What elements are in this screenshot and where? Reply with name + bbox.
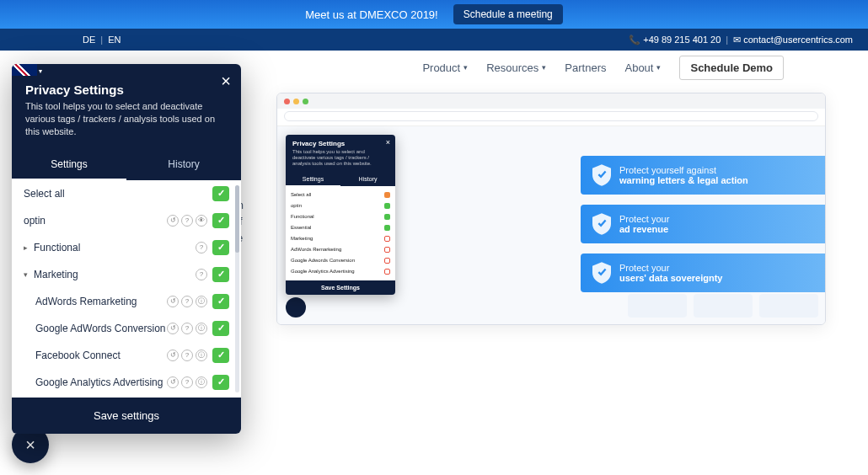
nav-schedule-button[interactable]: Schedule Demo (679, 56, 784, 80)
row-adwords-remarketing[interactable]: AdWords Remarketing ↺?ⓘ ✓ (12, 288, 241, 315)
shield-icon (592, 164, 611, 186)
window-min-dot (293, 99, 299, 104)
chevron-right-icon: ▸ (24, 243, 32, 252)
save-settings-button[interactable]: Save settings (12, 398, 241, 434)
info-icon[interactable]: ⓘ (196, 323, 207, 334)
checkbox-on-icon[interactable]: ✓ (212, 348, 229, 363)
browser-mock: × Privacy Settings This tool helps you t… (276, 93, 826, 325)
panel-title: Privacy Settings (25, 83, 228, 97)
scrollbar-thumb[interactable] (235, 185, 239, 253)
privacy-settings-panel: ▾ × Privacy Settings This tool helps you… (12, 64, 241, 434)
chevron-down-icon: ▾ (463, 63, 468, 72)
mini-save-button[interactable]: Save Settings (286, 280, 395, 295)
mini-close-icon[interactable]: × (386, 138, 390, 147)
checkbox-on-icon[interactable]: ✓ (212, 240, 229, 255)
benefit-card: Protect yourad revenue (581, 205, 825, 243)
mini-title: Privacy Settings (292, 140, 388, 147)
checkbox-on-icon[interactable]: ✓ (212, 375, 229, 390)
checkbox-on-icon[interactable]: ✓ (212, 267, 229, 282)
benefits-list: Protect yourself againstwarning letters … (581, 156, 825, 302)
row-optin[interactable]: optin ↺?👁 ✓ (12, 207, 241, 234)
mini-tab-settings[interactable]: Settings (286, 173, 340, 186)
checkbox-on-icon[interactable]: ✓ (212, 186, 229, 201)
row-select-all[interactable]: Select all ✓ (12, 180, 241, 207)
banner-cta-button[interactable]: Schedule a meeting (453, 4, 563, 24)
help-icon[interactable]: ? (181, 296, 193, 307)
utility-bar: DE | EN 📞 +49 89 215 401 20 | ✉ contact@… (0, 29, 868, 51)
lang-sep: | (100, 35, 103, 45)
mini-tab-history[interactable]: History (340, 173, 395, 186)
close-icon: × (25, 435, 35, 455)
info-icon[interactable]: ⓘ (196, 376, 207, 388)
info-icon[interactable]: ⓘ (196, 350, 207, 361)
nav-resources[interactable]: Resources ▾ (486, 61, 546, 74)
chevron-down-icon: ▾ (39, 67, 42, 75)
phone-icon: 📞 (629, 35, 640, 45)
checkbox-on-icon[interactable]: ✓ (212, 294, 229, 309)
history-icon[interactable]: ↺ (167, 296, 179, 307)
contact-email[interactable]: contact@usercentrics.com (743, 35, 853, 45)
help-icon[interactable]: ? (181, 350, 193, 361)
uk-flag-icon[interactable] (12, 64, 37, 76)
phone-number[interactable]: +49 89 215 401 20 (643, 35, 721, 45)
checkbox-on-icon[interactable]: ✓ (212, 213, 229, 228)
history-icon[interactable]: ↺ (167, 350, 179, 361)
window-close-dot (284, 99, 290, 104)
nav-about[interactable]: About ▾ (624, 61, 661, 74)
nav-partners[interactable]: Partners (565, 61, 606, 74)
url-bar (284, 111, 818, 121)
row-trbo[interactable]: trbo ↺?ⓘ ✓ (12, 396, 241, 398)
help-icon[interactable]: ? (181, 376, 193, 388)
illustration: × Privacy Settings This tool helps you t… (253, 84, 826, 325)
shield-icon (592, 262, 611, 284)
lang-en[interactable]: EN (108, 35, 121, 45)
history-icon[interactable]: ↺ (167, 376, 179, 388)
checkbox-on-icon[interactable]: ✓ (212, 321, 229, 336)
row-ga-advertising[interactable]: Google Analytics Advertising ↺?ⓘ ✓ (12, 369, 241, 396)
history-icon[interactable]: ↺ (167, 215, 179, 227)
chevron-down-icon: ▾ (656, 63, 661, 72)
email-icon: ✉ (733, 35, 741, 45)
info-icon[interactable]: ⓘ (196, 296, 207, 307)
scrollbar[interactable] (235, 185, 239, 392)
lang-de[interactable]: DE (83, 35, 95, 45)
promo-banner: Meet us at DMEXCO 2019! Schedule a meeti… (0, 0, 868, 29)
help-icon[interactable]: ? (196, 269, 207, 280)
chevron-down-icon: ▾ (24, 270, 32, 279)
row-marketing[interactable]: ▾ Marketing ? ✓ (12, 261, 241, 288)
help-icon[interactable]: ? (196, 242, 207, 254)
mini-desc: This tool helps you to select and deacti… (292, 149, 388, 168)
tab-history[interactable]: History (126, 150, 241, 180)
chevron-down-icon: ▾ (542, 63, 546, 72)
row-functional[interactable]: ▸ Functional ? ✓ (12, 234, 241, 261)
window-max-dot (303, 99, 308, 104)
nav-product[interactable]: Product ▾ (422, 61, 468, 74)
mini-privacy-panel: × Privacy Settings This tool helps you t… (286, 135, 395, 295)
help-icon[interactable]: ? (181, 323, 193, 334)
help-icon[interactable]: ? (181, 215, 193, 227)
close-icon[interactable]: × (221, 72, 231, 89)
row-facebook-connect[interactable]: Facebook Connect ↺?ⓘ ✓ (12, 342, 241, 369)
fingerprint-icon[interactable] (286, 297, 306, 318)
tab-settings[interactable]: Settings (12, 150, 126, 180)
row-adwords-conversion[interactable]: Google AdWords Conversion ↺?ⓘ ✓ (12, 315, 241, 342)
placeholder-cards (628, 294, 825, 318)
benefit-card: Protect yourself againstwarning letters … (581, 156, 825, 195)
banner-text: Meet us at DMEXCO 2019! (305, 8, 438, 21)
panel-desc: This tool helps you to select and deacti… (25, 100, 228, 138)
shield-icon (592, 213, 611, 235)
benefit-card: Protect yourusers' data sovereignty (581, 254, 825, 292)
history-icon[interactable]: ↺ (167, 323, 179, 334)
eye-icon[interactable]: 👁 (196, 215, 207, 227)
